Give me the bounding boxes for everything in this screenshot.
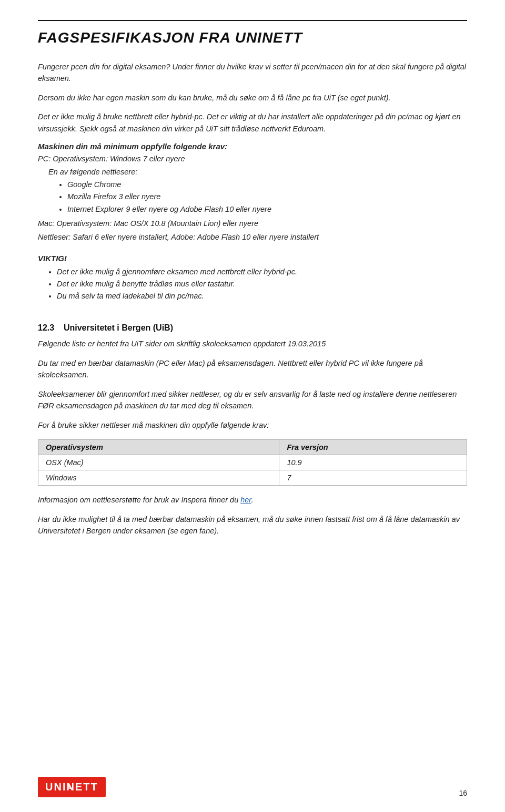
- uib-para3: For å bruke sikker nettleser må maskinen…: [38, 419, 467, 431]
- pc-line: PC: Operativsystem: Windows 7 eller nyer…: [38, 153, 467, 165]
- section-12-sub: Følgende liste er hentet fra UiT sider o…: [38, 338, 467, 350]
- browser-item-chrome: Google Chrome: [67, 179, 467, 191]
- en-av-line: En av følgende nettlesere:: [48, 166, 467, 178]
- requirements-table: Operativsystem Fra versjon OSX (Mac) 10.…: [38, 439, 467, 486]
- page-number: 16: [459, 789, 467, 797]
- uib-para1: Du tar med en bærbar datamaskin (PC elle…: [38, 357, 467, 381]
- footer-logo: UNINETT: [38, 777, 106, 797]
- mac-line2: Nettleser: Safari 6 eller nyere installe…: [38, 231, 467, 243]
- section-number: 12.3: [38, 323, 54, 332]
- browser-list: Google Chrome Mozilla Firefox 3 eller ny…: [67, 179, 467, 215]
- browser-item-firefox: Mozilla Firefox 3 eller nyere: [67, 191, 467, 203]
- viktig-list: Det er ikke mulig å gjennomføre eksamen …: [57, 266, 467, 303]
- col-header-os: Operativsystem: [38, 440, 279, 455]
- table-row: Windows 7: [38, 470, 467, 486]
- intro-paragraph-1: Fungerer pcen din for digital eksamen? U…: [38, 61, 467, 85]
- viktig-item-1: Det er ikke mulig å gjennomføre eksamen …: [57, 266, 467, 278]
- requirements-table-wrapper: Operativsystem Fra versjon OSX (Mac) 10.…: [38, 439, 467, 486]
- page-title: FAGSPESIFIKASJON FRA UNINETT: [38, 29, 467, 46]
- info-text-after-link: .: [251, 496, 254, 504]
- col-header-version: Fra versjon: [279, 440, 467, 455]
- svg-marker-0: [68, 783, 72, 789]
- version-windows: 7: [279, 470, 467, 486]
- intro-paragraph-3: Det er ikke mulig å bruke nettbrett elle…: [38, 111, 467, 135]
- viktig-item-2: Det er ikke mulig å benytte trådløs mus …: [57, 278, 467, 290]
- mac-line1: Mac: Operativsystem: Mac OS/X 10.8 (Moun…: [38, 218, 467, 229]
- uib-para2: Skoleeksamener blir gjennomfort med sikk…: [38, 388, 467, 412]
- intro-paragraph-2: Dersom du ikke har egen maskin som du ka…: [38, 92, 467, 104]
- table-header-row: Operativsystem Fra versjon: [38, 440, 467, 455]
- info-text-before-link: Informasjon om nettleserstøtte for bruk …: [38, 496, 240, 504]
- logo-text: UNINETT: [45, 781, 98, 793]
- version-osx: 10.9: [279, 455, 467, 470]
- last-para: Har du ikke mulighet til å ta med bærbar…: [38, 513, 467, 537]
- browser-item-ie: Internet Explorer 9 eller nyere og Adobe…: [67, 203, 467, 215]
- footer: UNINETT 16: [0, 777, 505, 797]
- section-12: 12.3 Universitetet i Bergen (UiB) Følgen…: [38, 323, 467, 537]
- page: FAGSPESIFIKASJON FRA UNINETT Fungerer pc…: [0, 0, 505, 812]
- viktig-item-3: Du må selv ta med ladekabel til din pc/m…: [57, 290, 467, 302]
- os-windows: Windows: [38, 470, 279, 486]
- top-divider: [38, 20, 467, 21]
- os-osx: OSX (Mac): [38, 455, 279, 470]
- min-krav-heading: Maskinen din må minimum oppfylle folgend…: [38, 142, 467, 151]
- viktig-label: VIKTIG!: [38, 254, 467, 263]
- section-title: Universitetet i Bergen (UiB): [64, 323, 173, 332]
- inspera-link[interactable]: her: [240, 496, 251, 504]
- logo-box: UNINETT: [38, 777, 106, 797]
- table-row: OSX (Mac) 10.9: [38, 455, 467, 470]
- section-12-heading: 12.3 Universitetet i Bergen (UiB): [38, 323, 467, 333]
- info-text: Informasjon om nettleserstøtte for bruk …: [38, 494, 467, 506]
